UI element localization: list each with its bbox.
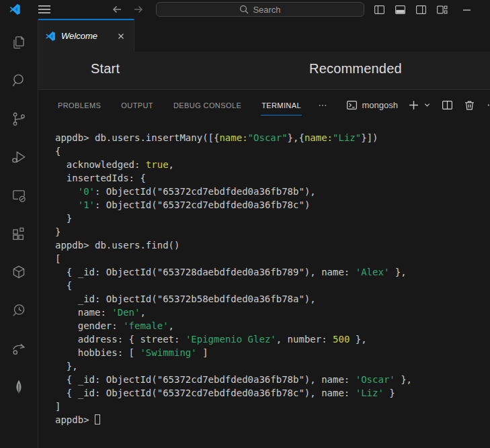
customize-layout-icon[interactable] [436, 3, 448, 15]
remote-explorer-icon[interactable] [0, 176, 38, 214]
split-terminal-icon[interactable] [440, 99, 454, 112]
run-debug-icon[interactable] [0, 138, 38, 176]
search-placeholder: Search [253, 5, 280, 15]
terminal-line: hobbies: [ 'Swimming' ] [55, 346, 490, 359]
terminal-line: }, [55, 359, 490, 373]
terminal-line: appdb> db.users.find() [55, 238, 490, 252]
mongodb-icon[interactable] [0, 367, 38, 406]
terminal-line: name: 'Den', [55, 306, 490, 319]
search-icon [239, 5, 249, 14]
toggle-panel-icon[interactable] [394, 3, 406, 15]
content-area: Welcome Start Recommended PROBLEMS [38, 19, 490, 448]
forward-icon[interactable] [132, 4, 145, 15]
terminal-line: { [55, 279, 490, 292]
terminal-line: { _id: ObjectId("65372cd7ebdfded0a36fb78… [55, 373, 490, 386]
terminal-line: address: { street: 'Epigmenio Glez', num… [55, 332, 490, 346]
panel-tab-problems[interactable]: PROBLEMS [48, 90, 111, 120]
terminal-line: '0': ObjectId("65372cd7ebdfded0a36fb78b"… [55, 185, 490, 198]
terminal-line: { _id: ObjectId("653728daebdfded0a36fb78… [55, 265, 490, 279]
terminal-line: } [55, 225, 490, 238]
terminal-cursor [95, 414, 100, 424]
search-box[interactable]: Search [156, 2, 364, 17]
activity-bar [0, 19, 38, 448]
welcome-recommended-heading: Recommended [309, 61, 402, 77]
toggle-primary-sidebar-icon[interactable] [373, 3, 385, 15]
titlebar: Search [0, 0, 490, 19]
terminal-selector[interactable]: mongosh [346, 99, 398, 111]
tab-welcome[interactable]: Welcome [38, 19, 134, 52]
terminal-line: '1': ObjectId("65372cd7ebdfded0a36fb78c"… [55, 198, 490, 212]
main-area: Welcome Start Recommended PROBLEMS [0, 19, 490, 448]
vscode-window: Search [0, 0, 490, 448]
search-view-icon[interactable] [0, 61, 38, 99]
toggle-secondary-sidebar-icon[interactable] [415, 3, 427, 15]
terminal-name-label: mongosh [362, 100, 398, 110]
cube-extension-icon[interactable] [0, 253, 38, 291]
terminal-line: ] [55, 400, 490, 413]
close-tab-icon[interactable] [115, 30, 127, 42]
terminal-line: acknowledged: true, [55, 158, 490, 171]
terminal-line: gender: 'female', [55, 319, 490, 332]
terminal-line: { _id: ObjectId("65372cd7ebdfded0a36fb78… [55, 386, 490, 400]
terminal-picker-chevron-icon[interactable] [422, 99, 432, 112]
menu-icon[interactable] [37, 5, 52, 14]
panel-tab-terminal[interactable]: TERMINAL [251, 90, 311, 120]
terminal-line: insertedIds: { [55, 171, 490, 185]
tab-strip: Welcome [38, 19, 490, 52]
terminal-line: appdb> db.users.insertMany([{name:"Oscar… [55, 131, 490, 144]
welcome-start-heading: Start [91, 61, 120, 77]
terminal-line: [ [55, 252, 490, 265]
panel-tab-debug-console[interactable]: DEBUG CONSOLE [163, 90, 251, 120]
panel-header: PROBLEMS OUTPUT DEBUG CONSOLE TERMINAL [38, 90, 490, 120]
terminal-line: } [55, 212, 490, 225]
source-control-icon[interactable] [0, 99, 38, 138]
vscode-file-icon [45, 31, 56, 42]
terminal-line: { [55, 144, 490, 158]
new-terminal-control [407, 99, 432, 112]
vscode-logo [8, 3, 22, 15]
terminal-line: appdb> [55, 413, 490, 427]
welcome-editor: Start Recommended [38, 52, 490, 89]
panel-tab-output[interactable]: OUTPUT [111, 90, 163, 120]
minimize-icon[interactable] [461, 4, 473, 16]
kill-terminal-icon[interactable] [462, 99, 476, 112]
more-actions-icon[interactable] [485, 99, 490, 112]
terminal-icon [346, 99, 358, 111]
panel-tabs: PROBLEMS OUTPUT DEBUG CONSOLE TERMINAL [48, 90, 311, 120]
panel-overflow-icon[interactable] [315, 98, 330, 113]
panel: PROBLEMS OUTPUT DEBUG CONSOLE TERMINAL [38, 89, 490, 448]
terminal-content[interactable]: appdb> db.users.insertMany([{name:"Oscar… [38, 120, 490, 448]
explorer-icon[interactable] [0, 23, 38, 61]
back-icon[interactable] [111, 4, 123, 15]
live-share-icon[interactable] [0, 329, 38, 367]
tab-label: Welcome [61, 31, 110, 41]
panel-actions: mongosh [346, 99, 490, 112]
extensions-icon[interactable] [0, 214, 38, 253]
history-search-icon[interactable] [0, 291, 38, 329]
terminal-line: _id: ObjectId("65372b58ebdfded0a36fb78a"… [55, 292, 490, 306]
new-terminal-icon[interactable] [407, 99, 420, 112]
